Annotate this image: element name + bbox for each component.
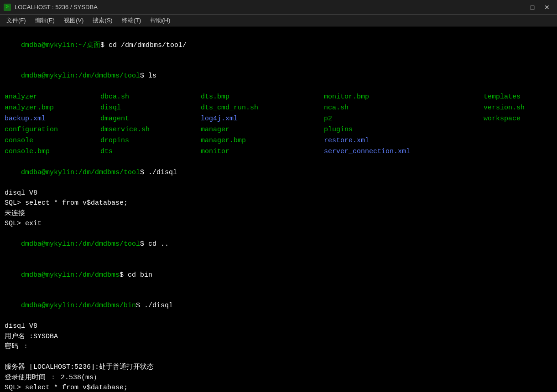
ls-col0-row1: analyzer.bmp [5,103,100,113]
ls-col3-row3: plugins [324,124,484,135]
title-bar: LOCALHOST : 5236 / SYSDBA — □ ✕ [0,0,557,15]
menu-edit[interactable]: 编辑(E) [31,15,59,26]
menu-view[interactable]: 视图(V) [59,15,88,26]
ls-col0-row4: console [5,135,100,146]
ls-col1-row0: dbca.sh [100,92,201,103]
terminal-blank-1 [5,352,552,363]
prompt-9: dmdba@mykylin:/dm/dmdbms [21,271,120,279]
prompt-10: dmdba@mykylin:/dm/dmdbms/bin [21,302,136,309]
terminal-line-1: dmdba@mykylin:~/桌面$ cd /dm/dmdbms/tool/ [5,30,552,61]
terminal-line-13: 密码 ： [5,342,552,352]
minimize-button[interactable]: — [511,3,524,12]
close-button[interactable]: ✕ [541,3,553,12]
ls-col0-row5: console.bmp [5,146,100,157]
terminal-area[interactable]: dmdba@mykylin:~/桌面$ cd /dm/dmdbms/tool/ … [0,26,557,392]
ls-col2-row3: manager [201,124,324,135]
ls-col4-row3 [484,124,557,135]
ls-col0-row0: analyzer [5,92,100,103]
ls-col4-row0: templates [484,92,557,103]
menu-help[interactable]: 帮助(H) [146,15,175,26]
terminal-line-3: dmdba@mykylin:/dm/dmdbms/tool$ ./disql [5,157,552,188]
ls-col2-row1: dts_cmd_run.sh [201,103,324,113]
app-icon [4,4,11,11]
terminal-line-17: SQL> select * from v$database; [5,383,552,392]
terminal-line-8: dmdba@mykylin:/dm/dmdbms/tool$ cd .. [5,229,552,260]
terminal-line-4: disql V8 [5,188,552,199]
ls-col1-row5: dts [100,146,201,157]
maximize-button[interactable]: □ [526,3,539,12]
menu-file[interactable]: 文件(F) [2,15,31,26]
terminal-line-7: SQL> exit [5,219,552,229]
terminal-line-10: dmdba@mykylin:/dm/dmdbms/bin$ ./disql [5,291,552,322]
ls-col0-row2: backup.xml [5,113,100,124]
cmd-8: $ cd .. [140,240,169,248]
terminal-line-12: 用户名 :SYSDBA [5,332,552,342]
terminal-line-9: dmdba@mykylin:/dm/dmdbms$ cd bin [5,260,552,291]
ls-col2-row4: manager.bmp [201,135,324,146]
ls-col3-row1: nca.sh [324,103,484,113]
ls-col2-row0: dts.bmp [201,92,324,103]
terminal-line-5: SQL> select * from v$database; [5,198,552,209]
window-title: LOCALHOST : 5236 / SYSDBA [15,4,98,10]
ls-col4-row1: version.sh [484,103,557,113]
ls-col4-row5 [484,146,557,157]
ls-col2-row5: monitor [201,146,324,157]
ls-col3-row4: restore.xml [324,135,484,146]
prompt-8: dmdba@mykylin:/dm/dmdbms/tool [21,240,140,248]
cmd-10: $ ./disql [136,302,173,309]
title-bar-left: LOCALHOST : 5236 / SYSDBA [4,4,98,11]
ls-col3-row5: server_connection.xml [324,146,484,157]
cmd-9: $ cd bin [120,271,152,279]
terminal-line-2: dmdba@mykylin:/dm/dmdbms/tool$ ls [5,61,552,92]
ls-output: analyzer dbca.sh dts.bmp monitor.bmp tem… [5,92,552,157]
terminal-line-6: 未连接 [5,209,552,219]
ls-col0-row3: configuration [5,124,100,135]
menu-bar: 文件(F) 编辑(E) 视图(V) 搜索(S) 终端(T) 帮助(H) [0,15,557,26]
ls-col1-row2: dmagent [100,113,201,124]
prompt-1: dmdba@mykylin:~/桌面 [21,41,100,49]
prompt-3: dmdba@mykylin:/dm/dmdbms/tool [21,169,140,176]
terminal-line-11: disql V8 [5,321,552,332]
ls-col1-row1: disql [100,103,201,113]
terminal-line-15: 服务器 [LOCALHOST:5236]:处于普通打开状态 [5,362,552,373]
ls-col2-row2: log4j.xml [201,113,324,124]
cmd-1: $ cd /dm/dmdbms/tool/ [100,41,187,49]
window-controls: — □ ✕ [511,3,553,12]
ls-col4-row2: workspace [484,113,557,124]
ls-col3-row2: p2 [324,113,484,124]
ls-col1-row4: dropins [100,135,201,146]
ls-col3-row0: monitor.bmp [324,92,484,103]
cmd-2: $ ls [140,72,156,80]
terminal-line-16: 登录使用时间 ： 2.538(ms） [5,373,552,383]
prompt-2: dmdba@mykylin:/dm/dmdbms/tool [21,72,140,80]
ls-col1-row3: dmservice.sh [100,124,201,135]
menu-search[interactable]: 搜索(S) [88,15,117,26]
ls-col4-row4 [484,135,557,146]
cmd-3: $ ./disql [140,169,177,176]
menu-terminal[interactable]: 终端(T) [117,15,146,26]
